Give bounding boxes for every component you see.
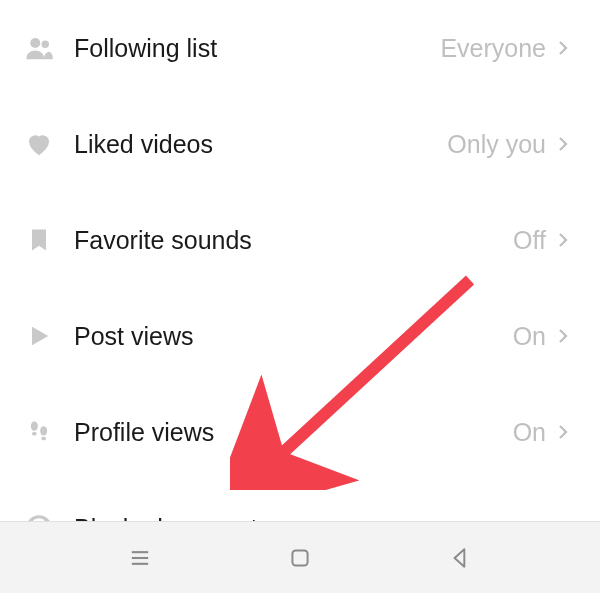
home-button[interactable] [280,538,320,578]
row-label: Post views [74,322,513,351]
bookmark-icon [22,223,56,257]
play-icon [22,319,56,353]
chevron-right-icon [554,231,572,249]
svg-point-4 [40,426,47,435]
svg-rect-12 [292,550,307,565]
recent-apps-button[interactable] [120,538,160,578]
footprints-icon [22,415,56,449]
row-label: Liked videos [74,130,447,159]
heart-icon [22,127,56,161]
row-label: Favorite sounds [74,226,513,255]
row-value: Only you [447,130,546,159]
svg-point-1 [42,41,50,49]
row-value: On [513,322,546,351]
svg-rect-5 [41,437,46,441]
back-button[interactable] [440,538,480,578]
chevron-right-icon [554,39,572,57]
row-value: Off [513,226,546,255]
chevron-right-icon [554,423,572,441]
row-label: Profile views [74,418,513,447]
svg-rect-3 [32,432,37,436]
row-following-list[interactable]: Following list Everyone [0,0,600,96]
chevron-right-icon [554,327,572,345]
row-value: On [513,418,546,447]
system-nav-bar [0,521,600,593]
chevron-right-icon [554,135,572,153]
row-value: Everyone [440,34,546,63]
svg-point-2 [31,422,38,431]
svg-point-0 [30,38,40,48]
row-profile-views[interactable]: Profile views On [0,384,600,480]
row-post-views[interactable]: Post views On [0,288,600,384]
people-icon [22,31,56,65]
row-liked-videos[interactable]: Liked videos Only you [0,96,600,192]
row-label: Following list [74,34,440,63]
row-favorite-sounds[interactable]: Favorite sounds Off [0,192,600,288]
settings-list: Following list Everyone Liked videos Onl… [0,0,600,593]
